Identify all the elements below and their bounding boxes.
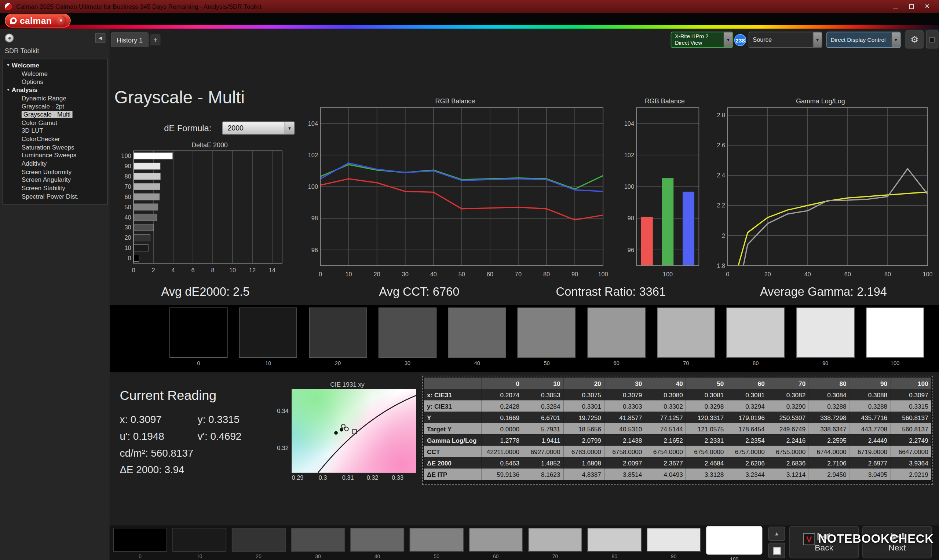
pattern-patch-80[interactable] — [587, 528, 641, 552]
table-col-header: 50 — [686, 377, 727, 389]
settings-button[interactable]: ⚙ — [906, 31, 924, 48]
grayscale-swatch-10 — [239, 308, 297, 358]
svg-text:80: 80 — [543, 271, 550, 277]
table-cell: 2.2331 — [686, 434, 727, 446]
sidebar-item-welcome[interactable]: Welcome — [3, 69, 107, 77]
patch-label: 70 — [552, 554, 558, 559]
table-cell: 1.2778 — [482, 434, 522, 446]
close-button[interactable]: × — [925, 4, 930, 9]
sidebar-item-spectral-power-dist[interactable]: Spectral Power Dist. — [3, 192, 107, 200]
grayscale-strip: Actual Target 0102030405060708090100 — [109, 305, 939, 372]
table-cell: 2.4449 — [850, 434, 890, 446]
table-cell: 2.9219 — [890, 468, 931, 480]
table-col-header: 60 — [727, 377, 767, 389]
pattern-patch-cell: 20 — [232, 528, 286, 560]
source-dropdown[interactable]: Source ▼ — [749, 32, 822, 48]
reading-u-prime: u': 0.1948 — [120, 431, 164, 443]
table-col-header: 70 — [768, 377, 808, 389]
grayscale-swatch-80 — [727, 308, 785, 358]
sidebar-item-welcome[interactable]: ▾Welcome — [3, 61, 107, 69]
pattern-patch-60[interactable] — [469, 528, 523, 552]
pattern-patch-70[interactable] — [528, 528, 582, 552]
sidebar-item-label: ColorChecker — [22, 135, 60, 143]
table-cell: 19.7250 — [563, 412, 604, 423]
svg-text:70: 70 — [124, 183, 131, 190]
tree-expand-icon[interactable]: ▾ — [7, 87, 9, 92]
table-row-label: CCT — [424, 446, 482, 457]
de-formula-select[interactable]: 2000 ▼ — [222, 121, 295, 134]
sidebar-item-label: 3D LUT — [22, 127, 43, 134]
pattern-up-button[interactable]: ▲ — [768, 527, 785, 541]
pattern-patch-100[interactable] — [706, 526, 762, 554]
sidebar-item-additivity[interactable]: Additivity — [3, 159, 107, 168]
meter-count-badge[interactable]: 238 — [734, 34, 746, 46]
sidebar-item-analysis[interactable]: ▾Analysis — [3, 86, 107, 94]
cie-overlay — [291, 389, 416, 473]
add-tab-button[interactable]: + — [150, 34, 161, 45]
table-cell: 59.9136 — [482, 468, 522, 480]
grayscale-swatch-20 — [309, 308, 367, 358]
grayscale-swatch-60 — [587, 308, 645, 358]
tree-expand-icon[interactable]: ▾ — [7, 63, 9, 68]
pattern-patch-cell: 50 — [410, 528, 464, 560]
table-cell: 77.1257 — [645, 412, 686, 423]
logo-menu-button[interactable]: ▼ — [56, 15, 66, 26]
sidebar-collapse-button[interactable]: ◀ — [96, 33, 106, 43]
sidebar-title: SDR Toolkit — [5, 47, 39, 55]
maximize-button[interactable] — [909, 4, 914, 9]
svg-text:40: 40 — [804, 271, 811, 277]
table-cell: 0.3082 — [768, 389, 808, 400]
pattern-patch-50[interactable] — [410, 528, 464, 552]
patch-label: 40 — [375, 554, 380, 559]
swatch-label: 100 — [891, 360, 900, 366]
sidebar-item-screen-angularity[interactable]: Screen Angularity — [3, 175, 107, 184]
sidebar-item-grayscale-multi[interactable]: Grayscale - Multi — [3, 110, 107, 118]
sidebar-item-saturation-sweeps[interactable]: Saturation Sweeps — [3, 143, 107, 151]
pattern-patch-10[interactable] — [173, 528, 226, 552]
reading-luminance: cd/m²: 560.8137 — [120, 448, 194, 460]
back-button[interactable]: Back — [789, 526, 859, 558]
sidebar-item-luminance-sweeps[interactable]: Luminance Sweeps — [3, 151, 107, 159]
table-cell: 6744.0000 — [808, 446, 849, 457]
de-formula-value: 2000 — [227, 124, 244, 132]
tab-history-1[interactable]: History 1 — [111, 32, 148, 47]
table-cell: 121.0575 — [686, 423, 727, 434]
table-cell: 0.3298 — [686, 400, 727, 412]
sidebar-item-grayscale-2pt[interactable]: Grayscale - 2pt — [3, 102, 107, 110]
pattern-patch-20[interactable] — [232, 528, 286, 552]
table-cell: 2.2595 — [808, 434, 849, 446]
sidebar-dot-button[interactable] — [5, 33, 14, 42]
grayscale-swatch-row: 0102030405060708090100 — [170, 308, 924, 366]
table-row: Target Y0.00005.793118.565640.531074.514… — [424, 423, 931, 434]
sidebar-item-screen-uniformity[interactable]: Screen Uniformity — [3, 168, 107, 175]
svg-text:60: 60 — [844, 271, 851, 277]
table-cell: 249.6749 — [768, 423, 808, 434]
table-cell: 0.3053 — [522, 389, 563, 400]
pattern-window-button[interactable] — [768, 543, 785, 558]
pattern-patch-90[interactable] — [647, 528, 701, 552]
meter-dropdown[interactable]: X-Rite i1Pro 2 Direct View ▼ — [671, 32, 733, 48]
pattern-patch-40[interactable] — [350, 528, 404, 552]
svg-text:2: 2 — [152, 267, 155, 274]
table-cell: 0.3088 — [850, 389, 890, 400]
grayscale-swatch-cell: 50 — [518, 308, 575, 366]
pattern-patch-30[interactable] — [291, 528, 345, 552]
svg-text:4: 4 — [172, 267, 175, 274]
gear-icon: ⚙ — [910, 34, 919, 45]
patch-label: 100 — [730, 556, 739, 560]
pattern-patch-0[interactable] — [113, 528, 167, 552]
sidebar-item-color-gamut[interactable]: Color Gamut — [3, 118, 107, 126]
sidebar-item-screen-stability[interactable]: Screen Stability — [3, 184, 107, 192]
stop-button[interactable] — [926, 31, 938, 48]
sidebar-item-options[interactable]: Options — [3, 77, 107, 85]
sidebar-item-3d-lut[interactable]: 3D LUT — [3, 126, 107, 134]
next-button[interactable]: Next — [862, 526, 932, 558]
sidebar-item-dynamic-range[interactable]: Dynamic Range — [3, 94, 107, 102]
sidebar-item-label: Screen Angularity — [22, 176, 71, 184]
table-cell: 42211.0000 — [482, 446, 522, 457]
sidebar-item-colorchecker[interactable]: ColorChecker — [3, 135, 107, 143]
grayscale-swatch-100 — [866, 308, 924, 358]
calman-logo[interactable]: calman ▼ — [5, 14, 71, 28]
display-control-dropdown[interactable]: Direct Display Control ▼ — [826, 32, 900, 48]
minimize-button[interactable] — [893, 5, 899, 8]
